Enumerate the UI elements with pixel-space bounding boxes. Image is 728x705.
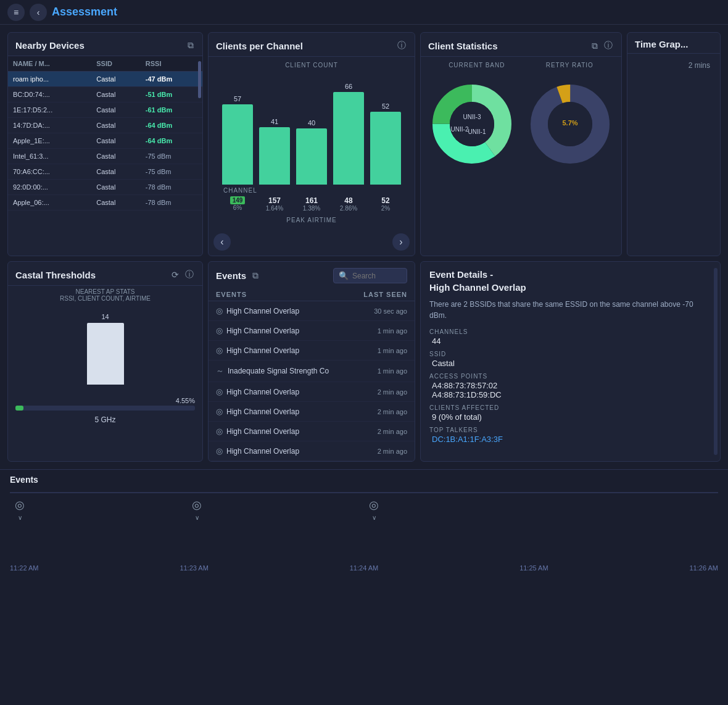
event-row[interactable]: ◎ High Channel Overlap 2 min ago (209, 382, 415, 402)
wifi-icon: ◎ (216, 387, 223, 396)
table-row[interactable]: Apple_06:... Castal -78 dBm (8, 195, 202, 211)
bar-col: 66 (333, 83, 364, 185)
client-stats-panel: Client Statistics ⧉ ⓘ CURRENT BAND RETRY… (420, 32, 622, 256)
events-copy-icon[interactable]: ⧉ (251, 269, 260, 282)
cpc-body: CLIENT COUNT 57 41 40 66 52 CHANNEL 149 … (209, 57, 415, 233)
cs-col2: RETRY RATIO (546, 62, 594, 69)
event-label: Inadequate Signal Strength Co (228, 367, 329, 375)
events-list: ◎ High Channel Overlap 30 sec ago ◎ High… (209, 301, 415, 461)
search-box[interactable]: 🔍 (333, 268, 407, 283)
table-row[interactable]: Apple_1E:... Castal -64 dBm (8, 133, 202, 149)
prev-button[interactable]: ‹ (213, 233, 231, 251)
marker-chevron: ∨ (372, 514, 376, 521)
ed-ap-label: ACCESS POINTS (429, 373, 711, 380)
table-row[interactable]: 1E:17:D5:2... Castal -61 dBm (8, 102, 202, 118)
thresholds-panel: Castal Thresholds ⟳ ⓘ NEAREST AP STATS R… (7, 261, 203, 462)
device-rssi: -64 dBm (141, 118, 202, 133)
event-row[interactable]: ◎ High Channel Overlap 30 sec ago (209, 301, 415, 321)
wifi-icon: ◎ (216, 346, 223, 355)
back-button[interactable]: ‹ (30, 4, 47, 21)
device-rssi: -75 dBm (141, 149, 202, 164)
ed-scrollbar[interactable] (714, 268, 718, 455)
events-col-last-seen: LAST SEEN (363, 291, 407, 298)
thresholds-header: Castal Thresholds ⟳ ⓘ (8, 262, 202, 286)
bar-col: 57 (222, 95, 253, 185)
timeline-axis-label: 11:23 AM (180, 564, 208, 572)
event-time: 1 min ago (378, 327, 407, 335)
copy-icon[interactable]: ⧉ (186, 39, 195, 52)
ed-ssid-value: Castal (432, 359, 711, 368)
band-label: 5 GHz (8, 413, 202, 427)
channel-pct: 6% (233, 204, 242, 211)
event-label: High Channel Overlap (226, 388, 299, 396)
table-row[interactable]: Intel_61:3... Castal -75 dBm (8, 149, 202, 164)
channel-num: 149 (230, 196, 246, 204)
bar-rect (87, 323, 124, 385)
device-name: 92:0D:00:... (8, 180, 91, 195)
event-row[interactable]: ◎ High Channel Overlap 2 min ago (209, 402, 415, 422)
event-row[interactable]: ◎ High Channel Overlap 1 min ago (209, 341, 415, 361)
event-label: High Channel Overlap (226, 407, 299, 416)
svg-text:5.7%: 5.7% (562, 119, 577, 127)
thresholds-title: Castal Thresholds (15, 270, 96, 280)
bar-body (259, 127, 290, 185)
event-row[interactable]: ～ Inadequate Signal Strength Co 1 min ag… (209, 361, 415, 382)
event-name: ◎ High Channel Overlap (216, 446, 299, 456)
event-row[interactable]: ◎ High Channel Overlap 2 min ago (209, 441, 415, 461)
channel-label-group: 149 6% (222, 196, 253, 211)
refresh-icon[interactable]: ⟳ (170, 269, 180, 281)
device-name: 1E:17:D5:2... (8, 102, 91, 118)
device-rssi: -78 dBm (141, 195, 202, 211)
cs-info-icon[interactable]: ⓘ (603, 39, 614, 52)
bar-count: 66 (345, 83, 352, 90)
device-rssi: -75 dBm (141, 164, 202, 180)
channel-num: 157 (268, 196, 281, 205)
tg-header: Time Grap... (627, 33, 720, 54)
table-row[interactable]: BC:D0:74:... Castal -51 dBm (8, 87, 202, 102)
svg-text:UNII-3: UNII-3 (463, 114, 481, 120)
channel-label-group: 161 1.38% (296, 196, 327, 212)
event-name: ◎ High Channel Overlap (216, 407, 299, 416)
ed-talkers-value[interactable]: DC:1B:A1:1F:A3:3F (432, 435, 711, 444)
event-time: 2 min ago (378, 388, 407, 396)
table-row[interactable]: 70:A6:CC:... Castal -75 dBm (8, 164, 202, 180)
bottom-events-title: Events (10, 470, 718, 487)
cs-copy-icon[interactable]: ⧉ (590, 40, 599, 52)
menu-button[interactable]: ≡ (7, 4, 25, 21)
device-rssi: -78 dBm (141, 180, 202, 195)
timeline-axis-label: 11:26 AM (690, 564, 718, 572)
ed-description: There are 2 BSSIDs that share the same E… (429, 299, 711, 321)
timeline-axis: 11:22 AM11:23 AM11:24 AM11:25 AM11:26 AM (10, 562, 718, 574)
timeline-axis-label: 11:22 AM (10, 564, 38, 572)
svg-text:UNII-1: UNII-1 (468, 128, 486, 135)
cpc-info-icon[interactable]: ⓘ (396, 39, 407, 52)
bar-body (370, 112, 401, 185)
event-row[interactable]: ◎ High Channel Overlap 2 min ago (209, 422, 415, 441)
event-row[interactable]: ◎ High Channel Overlap 1 min ago (209, 321, 415, 341)
tg-body: 2 mins (627, 54, 720, 77)
device-ssid: Castal (91, 118, 141, 133)
event-name: ◎ High Channel Overlap (216, 387, 299, 396)
search-input[interactable] (352, 272, 402, 280)
bar-col: 41 (259, 118, 290, 185)
thresholds-info-icon[interactable]: ⓘ (184, 268, 195, 282)
table-row[interactable]: 14:7D:DA:... Castal -64 dBm (8, 118, 202, 133)
device-ssid: Castal (91, 149, 141, 164)
events-col-events: EVENTS (216, 291, 247, 298)
ed-channels-value: 44 (432, 336, 711, 346)
channel-pct: 2.86% (340, 205, 357, 212)
event-time: 2 min ago (378, 408, 407, 415)
bar-col: 40 (296, 119, 327, 185)
retry-donut-svg: 5.7% (527, 81, 613, 167)
table-row[interactable]: roam ipho... Castal -47 dBm (8, 72, 202, 87)
wifi-event-icon: ◎ (369, 498, 379, 512)
event-time: 1 min ago (378, 347, 407, 354)
table-row[interactable]: 92:0D:00:... Castal -78 dBm (8, 180, 202, 195)
cs-header: Client Statistics ⧉ ⓘ (421, 33, 621, 57)
device-ssid: Castal (91, 164, 141, 180)
cs-col1: CURRENT BAND (449, 62, 505, 69)
app-header: ≡ ‹ Assessment (0, 0, 728, 25)
svg-text:UNII-2: UNII-2 (451, 126, 469, 133)
event-label: High Channel Overlap (226, 346, 299, 355)
next-button[interactable]: › (392, 233, 410, 251)
